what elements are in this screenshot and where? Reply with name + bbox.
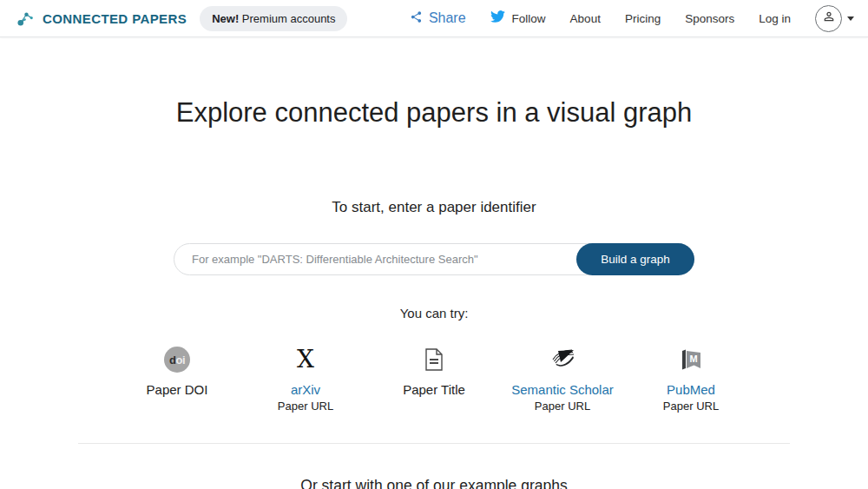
- option-title: Paper Title: [370, 382, 498, 397]
- page-title: Explore connected papers in a visual gra…: [0, 97, 868, 129]
- build-graph-button[interactable]: Build a graph: [576, 243, 694, 275]
- nav-login[interactable]: Log in: [759, 12, 791, 25]
- option-paper-doi[interactable]: doi Paper DOI: [113, 341, 241, 413]
- option-subtitle: Paper URL: [627, 400, 755, 413]
- avatar: [815, 5, 842, 32]
- premium-accounts-badge[interactable]: New! Premium accounts: [200, 6, 347, 31]
- option-subtitle: Paper URL: [241, 400, 370, 413]
- chevron-down-icon: [847, 17, 854, 21]
- badge-new-label: New!: [212, 12, 239, 25]
- option-title[interactable]: PubMed: [627, 382, 755, 397]
- option-title: Paper DOI: [113, 382, 241, 397]
- share-icon: [410, 10, 423, 27]
- page-subtitle: To start, enter a paper identifier: [0, 199, 868, 216]
- you-can-try-label: You can try:: [0, 306, 868, 320]
- pubmed-icon: M: [627, 341, 755, 378]
- arxiv-icon: X: [241, 341, 370, 378]
- top-navbar: CONNECTED PAPERS New! Premium accounts S…: [0, 0, 868, 37]
- option-title[interactable]: Semantic Scholar: [498, 382, 627, 397]
- option-arxiv-url[interactable]: X arXiv Paper URL: [241, 341, 370, 413]
- identifier-options-row: doi Paper DOI X arXiv Paper URL Paper Ti…: [113, 341, 755, 413]
- navbar-links: Share Follow About Pricing Sponsors Log …: [410, 5, 854, 32]
- paper-title-icon: [370, 341, 498, 378]
- share-button[interactable]: Share: [410, 10, 466, 27]
- account-menu-button[interactable]: [815, 5, 854, 32]
- connected-papers-logo-icon[interactable]: [16, 9, 36, 29]
- option-title[interactable]: arXiv: [241, 382, 370, 397]
- nav-pricing[interactable]: Pricing: [625, 12, 661, 25]
- follow-button[interactable]: Follow: [490, 10, 546, 26]
- follow-label: Follow: [512, 12, 546, 25]
- option-paper-title[interactable]: Paper Title: [370, 341, 498, 413]
- doi-icon: doi: [113, 341, 241, 378]
- section-divider: [78, 443, 790, 444]
- option-subtitle: Paper URL: [498, 400, 627, 413]
- main-content: Explore connected papers in a visual gra…: [0, 37, 868, 489]
- semantic-scholar-icon: [498, 341, 627, 378]
- option-semantic-scholar-url[interactable]: Semantic Scholar Paper URL: [498, 341, 627, 413]
- nav-about[interactable]: About: [570, 12, 601, 25]
- svg-text:M: M: [689, 354, 697, 364]
- nav-sponsors[interactable]: Sponsors: [685, 12, 734, 25]
- badge-rest-label: Premium accounts: [239, 12, 335, 25]
- brand-title[interactable]: CONNECTED PAPERS: [43, 11, 187, 26]
- option-pubmed-url[interactable]: M PubMed Paper URL: [627, 341, 755, 413]
- person-icon: [822, 10, 836, 27]
- paper-search-bar: Build a graph: [174, 243, 694, 275]
- share-label: Share: [429, 10, 466, 26]
- twitter-icon: [490, 10, 505, 26]
- examples-heading: Or start with one of our example graphs: [0, 477, 868, 489]
